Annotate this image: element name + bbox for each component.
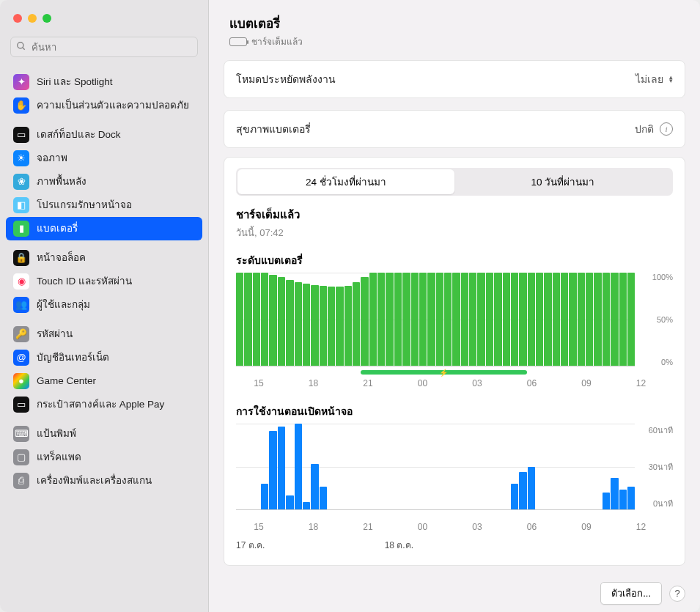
sidebar-item[interactable]: 🔒หน้าจอล็อค xyxy=(6,246,202,270)
chart-bar xyxy=(603,273,610,366)
sidebar-item-label: Touch ID และรหัสผ่าน xyxy=(37,275,195,288)
chart-bar xyxy=(419,273,427,366)
bolt-icon: ⚡ xyxy=(439,369,448,377)
sidebar-item[interactable]: 🔑รหัสผ่าน xyxy=(6,322,202,346)
search-input[interactable] xyxy=(10,37,198,57)
chart-bar xyxy=(320,286,327,366)
sidebar-item-label: Siri และ Spotlight xyxy=(37,75,195,89)
chart-bar xyxy=(627,487,635,509)
help-button[interactable]: ? xyxy=(669,586,685,602)
chart-bar xyxy=(253,273,260,366)
chart-bar xyxy=(295,424,302,509)
chart-bar xyxy=(477,273,485,366)
chart-bar xyxy=(461,273,468,366)
page-title: แบตเตอรี่ xyxy=(229,13,679,33)
sidebar-item[interactable]: ◉Touch ID และรหัสผ่าน xyxy=(6,270,202,293)
chevron-updown-icon: ▴▾ xyxy=(669,75,673,83)
main-content: แบตเตอรี่ ชาร์จเต็มแล้ว โหมดประหยัดพลังง… xyxy=(209,0,700,612)
sidebar-item[interactable]: ✋ความเป็นส่วนตัวและความปลอดภัย xyxy=(6,94,202,117)
chart-bar xyxy=(269,275,276,366)
sidebar-icon: @ xyxy=(13,350,29,366)
chart-bar xyxy=(369,273,377,366)
chart-bar xyxy=(594,273,601,366)
chart-bar xyxy=(345,286,352,366)
chart-bar xyxy=(402,273,410,366)
sidebar-icon: ▢ xyxy=(13,449,29,465)
sidebar-item-label: จอภาพ xyxy=(37,152,195,165)
chart-bar xyxy=(286,280,293,366)
sidebar-item-label: หน้าจอล็อค xyxy=(37,251,195,265)
sidebar-icon: ▭ xyxy=(13,397,29,413)
chart-bar xyxy=(386,273,393,366)
options-button[interactable]: ตัวเลือก... xyxy=(600,582,662,605)
tab-24h[interactable]: 24 ชั่วโมงที่ผ่านมา xyxy=(237,169,454,194)
chart-bar xyxy=(261,273,268,366)
zoom-icon[interactable] xyxy=(43,14,51,23)
sidebar-icon: ☀ xyxy=(13,150,29,166)
chart-bar xyxy=(494,273,501,366)
low-power-label: โหมดประหยัดพลังงาน xyxy=(236,71,336,87)
chart-bar xyxy=(611,273,618,366)
footer: ตัวเลือก... ? xyxy=(209,575,700,612)
chart-bar xyxy=(303,502,310,509)
sidebar-icon: ● xyxy=(13,373,29,389)
sidebar-item[interactable]: ❀ภาพพื้นหลัง xyxy=(6,170,202,193)
sidebar-item[interactable]: ▢แทร็คแพด xyxy=(6,446,202,469)
sidebar-item[interactable]: ✦Siri และ Spotlight xyxy=(6,70,202,94)
battery-level-chart: ⚡ 100%50%0% xyxy=(236,273,673,366)
sidebar-icon: ◧ xyxy=(13,197,29,213)
sidebar-item[interactable]: ▭เดสก์ท็อปและ Dock xyxy=(6,123,202,147)
chart-bar xyxy=(427,273,435,366)
sidebar-item[interactable]: ◧โปรแกรมรักษาหน้าจอ xyxy=(6,193,202,217)
chart-bar xyxy=(444,273,452,366)
sidebar-item[interactable]: 👥ผู้ใช้และกลุ่ม xyxy=(6,293,202,317)
chart-bar xyxy=(320,487,327,509)
chart-bar xyxy=(452,273,460,366)
svg-line-1 xyxy=(23,48,25,50)
chart-bar xyxy=(261,484,268,509)
sidebar-item[interactable]: ▮แบตเตอรี่ xyxy=(6,217,202,240)
date-labels: 17 ต.ค.18 ต.ค. xyxy=(236,538,673,552)
chart-bar xyxy=(328,287,335,366)
sidebar-icon: 🔑 xyxy=(13,326,29,342)
sidebar-item[interactable]: ⎙เครื่องพิมพ์และเครื่องสแกน xyxy=(6,469,202,493)
chart-bar xyxy=(511,484,518,509)
screen-on-chart: 60นาที30นาที0นาที xyxy=(236,424,673,510)
low-power-card: โหมดประหยัดพลังงาน ไม่เลย ▴▾ xyxy=(224,60,685,98)
battery-health-label: สุขภาพแบตเตอรี่ xyxy=(236,121,311,137)
battery-level-title: ระดับแบตเตอรี่ xyxy=(236,252,673,268)
sidebar-item[interactable]: ▭กระเป๋าสตางค์และ Apple Pay xyxy=(6,393,202,416)
sidebar-item-label: รหัสผ่าน xyxy=(37,328,195,341)
last-charge-info: ชาร์จเต็มแล้ว วันนี้, 07:42 xyxy=(236,206,673,240)
sidebar-item-label: แบตเตอรี่ xyxy=(37,222,195,235)
sidebar-item-label: บัญชีอินเทอร์เน็ต xyxy=(37,351,195,364)
chart-bar xyxy=(286,495,293,509)
battery-health-value: ปกติ xyxy=(635,121,654,137)
chart-bar xyxy=(561,273,568,366)
sidebar-icon: ⌨ xyxy=(13,426,29,442)
chart-bar xyxy=(528,467,535,510)
chart-bar xyxy=(486,273,493,366)
tab-10d[interactable]: 10 วันที่ผ่านมา xyxy=(454,169,671,194)
minimize-icon[interactable] xyxy=(28,14,37,23)
low-power-select[interactable]: ไม่เลย ▴▾ xyxy=(635,71,673,87)
chart-bar xyxy=(377,273,385,366)
sidebar-item[interactable]: ⌨แป้นพิมพ์ xyxy=(6,422,202,446)
sidebar-item-label: ภาพพื้นหลัง xyxy=(37,175,195,188)
sidebar-item[interactable]: @บัญชีอินเทอร์เน็ต xyxy=(6,346,202,369)
chart-bar xyxy=(536,273,543,366)
chart-bar xyxy=(578,273,585,366)
sidebar-icon: ✦ xyxy=(13,74,29,90)
chart-bar xyxy=(586,273,593,366)
chart-bar xyxy=(569,273,576,366)
svg-point-0 xyxy=(18,43,23,48)
sidebar-item[interactable]: ●Game Center xyxy=(6,369,202,393)
info-icon[interactable]: i xyxy=(660,122,673,136)
search-icon xyxy=(16,41,26,54)
chart-bar xyxy=(469,273,476,366)
sidebar-item-label: ผู้ใช้และกลุ่ม xyxy=(37,298,195,311)
battery-status: ชาร์จเต็มแล้ว xyxy=(251,34,303,48)
close-icon[interactable] xyxy=(13,14,22,23)
sidebar-item[interactable]: ☀จอภาพ xyxy=(6,147,202,170)
chart-bar xyxy=(603,493,610,509)
